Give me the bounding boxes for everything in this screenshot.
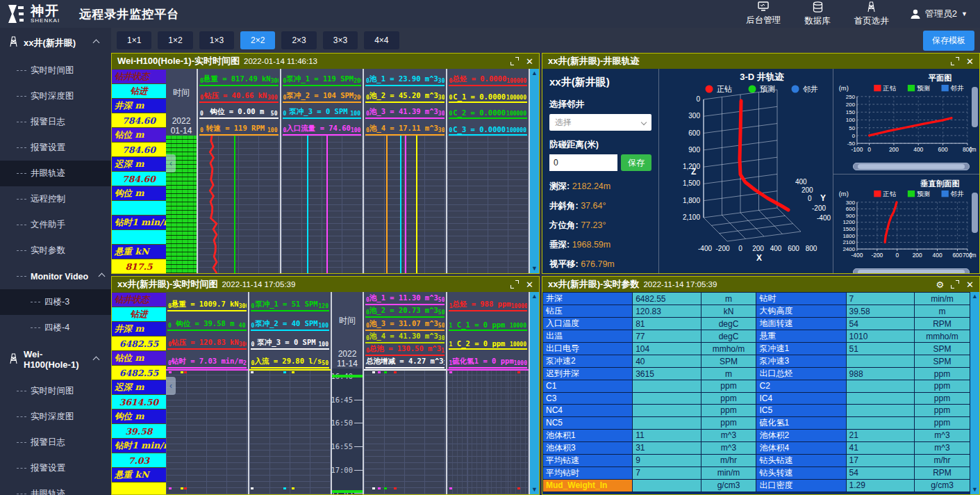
scroll-down-icon[interactable]: ▼ [972, 485, 978, 494]
distance-input[interactable] [549, 154, 617, 171]
curve-header: 0钻时 = 7.03 min/m200 [167, 350, 247, 368]
curve-min: 0 [449, 95, 453, 101]
curve-label: 钻压 = 120.83 kN [172, 338, 239, 348]
sidebar-item-报警设置[interactable]: 报警设置 [0, 135, 111, 161]
svg-text:0: 0 [867, 146, 871, 153]
grid-layout-button-3×3[interactable]: 3×3 [323, 31, 358, 49]
sidebar-item-四楼-3[interactable]: 四楼-3 [0, 289, 111, 315]
sidebar-item-井眼轨迹[interactable]: 井眼轨迹 [0, 161, 111, 186]
curve-min: 0 [251, 303, 255, 309]
param-unit-cell: ppm [915, 405, 970, 417]
sidebar-item-报警日志[interactable]: 报警日志 [0, 109, 111, 135]
sidebar-item-实时时间图[interactable]: 实时时间图 [0, 378, 111, 404]
top-menu-admin-monitor[interactable]: 后台管理 [746, 1, 781, 26]
scroll-up-icon[interactable]: ▲ [972, 292, 978, 301]
vertical-slider[interactable] [972, 87, 978, 127]
sidebar-item-实时深度图[interactable]: 实时深度图 [0, 83, 111, 109]
expand-icon[interactable] [510, 280, 519, 289]
sidebar-item-四楼-4[interactable]: 四楼-4 [0, 315, 111, 341]
sidebar-item-报警设置[interactable]: 报警设置 [0, 455, 111, 481]
admin-monitor-icon [758, 1, 769, 14]
sidebar-item-实时深度图[interactable]: 实时深度图 [0, 404, 111, 430]
curve-header: 0C_2 = 0.0000100000 [449, 104, 528, 120]
expand-icon[interactable] [951, 280, 959, 289]
user-menu[interactable]: 管理员2 ▼ [910, 8, 967, 20]
tree-guide [17, 494, 26, 494]
curve-label: 总烃 = 0.0000 [452, 74, 506, 84]
curve-line [307, 136, 308, 273]
grid-layout-button-1×2[interactable]: 1×2 [158, 31, 192, 49]
curve-line [405, 136, 406, 273]
gear-icon[interactable]: ⚙ [936, 280, 944, 289]
scrollbar-thumb[interactable] [858, 164, 965, 169]
scroll-down-icon[interactable]: ▼ [531, 264, 538, 273]
expand-icon[interactable] [951, 57, 959, 65]
sidebar-item-实时时间图[interactable]: 实时时间图 [0, 58, 111, 83]
sidebar-root-xx井(新井眼)[interactable]: xx井(新井眼) [0, 28, 111, 58]
param-name-cell: 泵冲速2 [543, 355, 633, 368]
sidebar-item-远程控制[interactable]: 远程控制 [0, 186, 111, 212]
horizontal-scrollbar[interactable] [853, 268, 970, 274]
stat-label: 井斜角: [549, 201, 581, 211]
grid-layout-button-4×4[interactable]: 4×4 [364, 31, 399, 49]
curve-label: 池_4 = 17.11 m^3 [369, 124, 438, 133]
sidebar-item-井眼轨迹[interactable]: 井眼轨迹 [0, 481, 111, 495]
vertical-section-chart-svg: 垂直剖面图正钻预测邻井(m)30060090012001500180021002… [836, 176, 977, 265]
page-title: 远程录井监控平台 [79, 6, 179, 22]
top-menu-database[interactable]: 数据库 [804, 1, 831, 27]
curve-header: 0池_2 = 20.73 m^350 [365, 306, 445, 318]
curve-min: 0 [251, 341, 255, 348]
param-name-cell: NC4 [543, 405, 633, 417]
vertical-slider[interactable] [972, 193, 978, 233]
grid-layout-button-1×1[interactable]: 1×1 [117, 31, 151, 49]
collapse-handle[interactable]: ‹ [166, 154, 176, 172]
param-unit-cell: ppm [701, 380, 756, 393]
panel-header: xx井(新井眼)-井眼轨迹✕ [542, 54, 979, 69]
vertical-section-chart: 垂直剖面图正钻预测邻井(m)30060090012001500180021002… [833, 175, 979, 274]
sidebar-root-Wei-H100(Hole-1)[interactable]: Wei-H100(Hole-1) [0, 341, 111, 378]
close-icon[interactable]: ✕ [526, 280, 533, 289]
sidebar-item-实时参数[interactable]: 实时参数 [0, 238, 111, 263]
param-label: 迟深 m [112, 157, 166, 171]
grid-layout-button-1×3[interactable]: 1×3 [199, 31, 234, 49]
curve-min: 0 [449, 127, 453, 133]
svg-text:平面图: 平面图 [928, 74, 952, 82]
panel-timestamp: 2022-01-14 11:46:13 [244, 57, 317, 65]
wavy-curve [198, 136, 280, 273]
trajectory-stat: 垂深: 1968.59m [549, 239, 651, 251]
collapse-handle[interactable]: ‹ [166, 377, 176, 395]
vertical-scrollbar[interactable]: ▲▼ [530, 292, 539, 494]
save-template-button[interactable]: 保存模板 [923, 31, 974, 51]
scroll-up-icon[interactable]: ▲ [531, 292, 538, 301]
save-distance-button[interactable]: 保存 [621, 154, 651, 171]
curve-label: C_1 = 0 ppm [457, 320, 506, 329]
close-icon[interactable]: ✕ [966, 57, 974, 66]
param-name-cell: 出口总烃 [756, 368, 846, 380]
sidebar-item-label: 报警设置 [31, 142, 65, 154]
param-name-cell: 出温 [543, 330, 633, 343]
close-icon[interactable]: ✕ [966, 280, 974, 289]
grid-layout-button-2×2[interactable]: 2×2 [240, 31, 275, 49]
scrollbar-thumb[interactable] [858, 270, 965, 274]
scroll-down-icon[interactable]: ▼ [531, 485, 538, 494]
scroll-up-icon[interactable]: ▲ [531, 69, 538, 78]
chart-zone: ‹时间202201-140悬重 = 817.49 kN30000钻压 = 40.… [166, 69, 539, 273]
top-menu-derrick[interactable]: 首页选井 [854, 1, 889, 27]
curve-max: 100 [351, 127, 360, 133]
grid-layout-button-2×3[interactable]: 2×3 [281, 31, 316, 49]
sidebar-item-Monitor Video[interactable]: Monitor Video [0, 263, 111, 289]
vertical-scrollbar[interactable]: ▲▼ [530, 69, 539, 273]
horizontal-scrollbar[interactable] [853, 163, 970, 170]
shenkai-logo-icon [7, 4, 25, 24]
offset-well-select[interactable]: 选择 [549, 114, 651, 131]
curve-label: 总池增减 = 4.27 m^3 [366, 357, 444, 366]
param-label: 钻井状态 [112, 293, 166, 307]
param-value-cell: 54 [846, 318, 914, 330]
close-icon[interactable]: ✕ [526, 57, 533, 66]
param-value-cell [846, 392, 914, 405]
param-name-cell: 池体积3 [543, 441, 633, 454]
expand-icon[interactable] [510, 57, 519, 65]
sidebar-item-报警日志[interactable]: 报警日志 [0, 430, 111, 455]
sidebar-item-文件助手[interactable]: 文件助手 [0, 212, 111, 238]
vertical-scrollbar[interactable]: ▲▼ [970, 292, 979, 494]
